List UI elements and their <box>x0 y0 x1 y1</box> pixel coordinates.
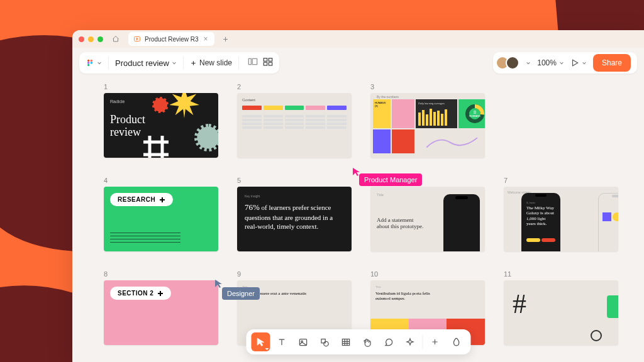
tab-title: Product Review R3 <box>145 36 199 43</box>
app-menu-button[interactable] <box>86 58 102 67</box>
figma-icon <box>86 58 94 67</box>
svg-point-19 <box>324 341 329 346</box>
svg-rect-20 <box>342 339 349 345</box>
slide-thumbnail[interactable]: 11 # <box>504 270 618 345</box>
design-toolbar <box>246 329 470 354</box>
chevron-down-icon <box>97 60 102 65</box>
slide-thumbnail[interactable]: 8 SECTION 2 <box>104 270 218 345</box>
new-tab-button[interactable]: + <box>219 34 232 44</box>
chevron-down-icon[interactable] <box>526 60 531 65</box>
cursor-icon <box>255 337 265 347</box>
document-title-button[interactable]: Product review <box>115 58 177 68</box>
svg-point-5 <box>87 64 90 67</box>
document-tab[interactable]: Product Review R3 × <box>128 32 214 46</box>
slide-grid-canvas[interactable]: 1 Radicle Product review 2 Content <box>72 78 644 362</box>
hand-icon <box>363 337 372 347</box>
shape-tool[interactable] <box>315 332 334 351</box>
window-controls <box>79 36 103 42</box>
sparkle-icon <box>406 337 415 347</box>
plus-icon <box>190 60 197 67</box>
svg-point-2 <box>91 60 93 62</box>
leaf-icon <box>452 337 461 347</box>
tab-bar: Product Review R3 × + <box>72 30 644 48</box>
collaborator-cursor <box>214 278 224 288</box>
home-button[interactable] <box>108 33 123 45</box>
avatar <box>506 56 519 70</box>
chevron-down-icon <box>582 60 587 65</box>
close-window-button[interactable] <box>79 36 84 42</box>
slide-thumbnail[interactable]: 4 RESEARCH <box>104 177 218 251</box>
minimize-window-button[interactable] <box>88 36 94 42</box>
add-tool[interactable] <box>425 332 444 351</box>
chevron-down-icon <box>172 60 177 65</box>
effects-tool[interactable] <box>401 332 419 351</box>
svg-rect-11 <box>269 62 272 65</box>
collaborator-avatars[interactable] <box>499 56 519 70</box>
slide-thumbnail[interactable]: 6 Title Add a statement about this proto… <box>370 177 485 251</box>
image-tool[interactable] <box>294 332 313 351</box>
app-window: Product Review R3 × + Product review New… <box>72 30 644 362</box>
zoom-control[interactable]: 100% <box>537 58 564 67</box>
share-button[interactable]: Share <box>593 54 631 72</box>
text-icon <box>277 337 287 347</box>
svg-point-1 <box>87 60 90 62</box>
slide-thumbnail[interactable]: 2 Content <box>237 83 352 158</box>
slide-thumbnail[interactable]: 7 Welcome screen Hi, Jennifer The Milky … <box>504 177 618 251</box>
svg-rect-9 <box>269 58 272 62</box>
text-tool[interactable] <box>272 332 291 351</box>
chevron-down-icon <box>559 60 564 65</box>
comment-icon <box>384 337 394 347</box>
hand-tool[interactable] <box>358 332 377 351</box>
svg-rect-6 <box>248 58 251 64</box>
svg-rect-8 <box>264 58 267 62</box>
svg-rect-10 <box>264 62 267 65</box>
maximize-window-button[interactable] <box>97 36 103 42</box>
table-tool[interactable] <box>336 332 355 351</box>
plus-icon <box>159 197 165 203</box>
present-button[interactable] <box>570 58 587 67</box>
slides-icon <box>133 35 141 43</box>
svg-rect-18 <box>321 339 325 343</box>
image-icon <box>299 337 308 347</box>
shape-icon <box>320 337 330 347</box>
collaborator-label: Designer <box>222 287 260 300</box>
comment-tool[interactable] <box>379 332 398 351</box>
collaborator-label: Product Manager <box>359 173 422 186</box>
slide-thumbnail[interactable]: 3 By the numbers HUMANS (3) Daily learni… <box>370 83 485 158</box>
slide-thumbnail[interactable]: 1 Radicle Product review <box>104 83 218 158</box>
svg-rect-7 <box>252 58 257 64</box>
svg-point-3 <box>87 62 90 64</box>
plus-icon <box>157 290 164 297</box>
main-toolbar: Product review New slide <box>72 48 644 78</box>
plus-icon <box>430 337 439 346</box>
svg-point-4 <box>91 62 93 64</box>
plugins-tool[interactable] <box>447 332 465 351</box>
slide-thumbnail[interactable]: 5 Key insight 76% of learners prefer sci… <box>237 177 352 251</box>
close-tab-button[interactable]: × <box>203 35 209 43</box>
play-icon <box>570 58 579 67</box>
table-icon <box>341 337 351 347</box>
grid-view-button[interactable] <box>263 57 273 69</box>
single-view-button[interactable] <box>248 57 258 69</box>
new-slide-button[interactable]: New slide <box>190 58 232 67</box>
select-tool[interactable] <box>251 332 270 351</box>
